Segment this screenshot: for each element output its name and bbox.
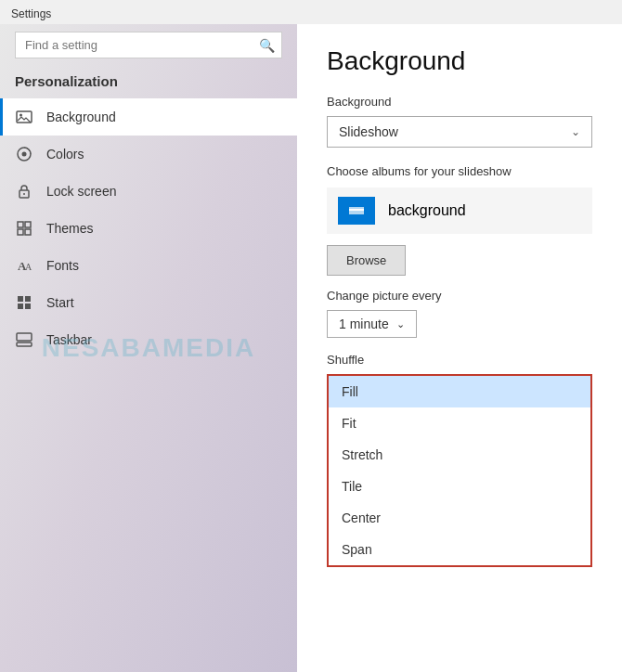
svg-rect-6 xyxy=(18,222,23,227)
start-icon xyxy=(15,293,33,312)
sidebar-item-themes[interactable]: Themes xyxy=(0,210,297,247)
sidebar-label-background: Background xyxy=(46,110,116,124)
lock-icon xyxy=(15,182,33,200)
main-content: Background Background Slideshow ⌄ Choose… xyxy=(297,24,622,672)
svg-point-3 xyxy=(22,152,27,157)
fonts-icon: A A xyxy=(15,256,33,275)
sidebar: 🔍 Personalization Background xyxy=(0,24,297,672)
colors-icon xyxy=(15,145,33,163)
search-container: 🔍 xyxy=(15,32,282,58)
svg-rect-20 xyxy=(349,209,364,211)
svg-point-1 xyxy=(19,114,22,117)
sidebar-label-colors: Colors xyxy=(46,147,84,162)
image-icon xyxy=(15,108,33,126)
title-bar-text: Settings xyxy=(11,7,51,20)
svg-rect-13 xyxy=(25,296,31,302)
sidebar-label-lock-screen: Lock screen xyxy=(46,184,116,199)
album-item[interactable]: background xyxy=(327,187,592,234)
svg-rect-17 xyxy=(17,333,32,341)
sidebar-item-fonts[interactable]: A A Fonts xyxy=(0,247,297,284)
change-picture-label: Change picture every xyxy=(327,289,592,303)
sidebar-item-background[interactable]: Background xyxy=(0,98,297,136)
svg-text:A: A xyxy=(25,262,32,272)
fit-option-stretch[interactable]: Stretch xyxy=(329,439,590,471)
sidebar-section-title: Personalization xyxy=(0,70,297,98)
chevron-down-icon-2: ⌄ xyxy=(396,318,405,330)
svg-rect-7 xyxy=(25,222,31,227)
svg-rect-8 xyxy=(18,229,23,235)
sidebar-label-taskbar: Taskbar xyxy=(46,332,92,347)
album-name: background xyxy=(388,202,466,219)
svg-rect-15 xyxy=(25,304,31,309)
browse-button[interactable]: Browse xyxy=(327,245,406,276)
sidebar-label-start: Start xyxy=(46,295,74,310)
sidebar-item-lock-screen[interactable]: Lock screen xyxy=(0,173,297,210)
interval-value: 1 minute xyxy=(339,317,389,331)
taskbar-icon xyxy=(15,330,33,349)
svg-rect-12 xyxy=(18,296,23,302)
change-picture-section: Change picture every 1 minute ⌄ xyxy=(327,289,592,338)
page-title: Background xyxy=(327,46,592,76)
svg-rect-9 xyxy=(25,229,31,235)
svg-rect-14 xyxy=(18,304,23,309)
themes-icon xyxy=(15,219,33,238)
svg-rect-16 xyxy=(17,342,32,346)
interval-dropdown[interactable]: 1 minute ⌄ xyxy=(327,310,417,338)
sidebar-label-fonts: Fonts xyxy=(46,258,79,273)
sidebar-item-taskbar[interactable]: Taskbar xyxy=(0,321,297,358)
chevron-down-icon: ⌄ xyxy=(571,125,580,138)
sidebar-label-themes: Themes xyxy=(46,221,94,236)
fit-option-center[interactable]: Center xyxy=(329,502,590,534)
fit-option-fit[interactable]: Fit xyxy=(329,407,590,439)
sidebar-item-start[interactable]: Start xyxy=(0,284,297,321)
background-label: Background xyxy=(327,95,592,109)
shuffle-label: Shuffle xyxy=(327,353,592,367)
albums-label: Choose albums for your slideshow xyxy=(327,164,592,178)
album-icon xyxy=(338,197,375,225)
fit-dropdown-list: Fill Fit Stretch Tile Center Span xyxy=(327,374,592,567)
fit-option-tile[interactable]: Tile xyxy=(329,471,590,502)
fit-option-fill[interactable]: Fill xyxy=(329,376,590,407)
background-dropdown-value: Slideshow xyxy=(339,124,398,139)
svg-point-5 xyxy=(23,193,25,195)
search-input[interactable] xyxy=(15,32,282,58)
fit-option-span[interactable]: Span xyxy=(329,534,590,565)
sidebar-item-colors[interactable]: Colors xyxy=(0,136,297,173)
search-icon: 🔍 xyxy=(259,38,275,53)
background-dropdown[interactable]: Slideshow ⌄ xyxy=(327,116,592,148)
